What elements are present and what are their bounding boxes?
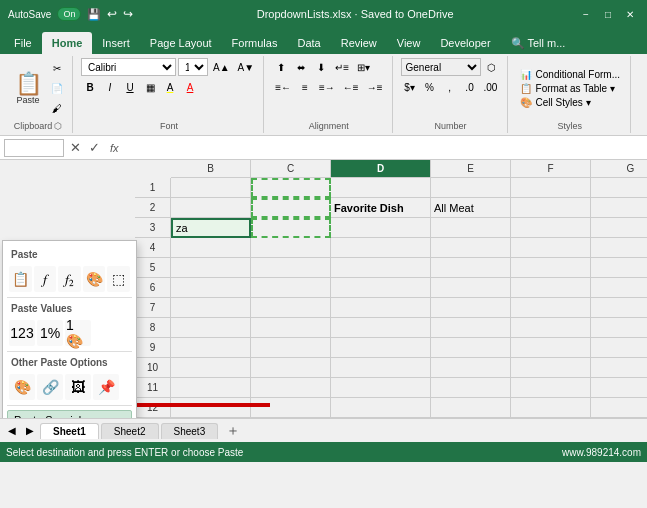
minimize-btn[interactable]: −: [577, 5, 595, 23]
cell-g9[interactable]: [591, 338, 647, 358]
col-header-b[interactable]: B: [171, 160, 251, 177]
cell-e5[interactable]: [431, 258, 511, 278]
row-header-9[interactable]: 9: [135, 338, 171, 358]
cell-c5[interactable]: [251, 258, 331, 278]
cell-e2[interactable]: All Meat: [431, 198, 511, 218]
cell-b5[interactable]: [171, 258, 251, 278]
cell-b1[interactable]: [171, 178, 251, 198]
cell-d11[interactable]: [331, 378, 431, 398]
cell-c11[interactable]: [251, 378, 331, 398]
tab-home[interactable]: Home: [42, 32, 93, 54]
cell-g1[interactable]: [591, 178, 647, 198]
merge-btn[interactable]: ⊞▾: [354, 58, 373, 76]
increase-font-btn[interactable]: A▲: [210, 58, 233, 76]
paste-other-2[interactable]: 🔗: [37, 374, 63, 400]
cell-d8[interactable]: [331, 318, 431, 338]
cell-e9[interactable]: [431, 338, 511, 358]
bold-btn[interactable]: B: [81, 78, 99, 96]
cell-g7[interactable]: [591, 298, 647, 318]
tab-file[interactable]: File: [4, 32, 42, 54]
row-header-3[interactable]: 3: [135, 218, 171, 238]
cell-e3[interactable]: [431, 218, 511, 238]
tab-tell-me[interactable]: 🔍 Tell m...: [501, 32, 576, 54]
cell-d7[interactable]: [331, 298, 431, 318]
cell-c9[interactable]: [251, 338, 331, 358]
cell-c6[interactable]: [251, 278, 331, 298]
cell-d9[interactable]: [331, 338, 431, 358]
decrease-decimal-btn[interactable]: .0: [461, 78, 479, 96]
row-header-5[interactable]: 5: [135, 258, 171, 278]
cell-d2[interactable]: Favorite Dish: [331, 198, 431, 218]
row-header-1[interactable]: 1: [135, 178, 171, 198]
cell-f4[interactable]: [511, 238, 591, 258]
align-middle-btn[interactable]: ⬌: [292, 58, 310, 76]
autosave-toggle[interactable]: On: [57, 7, 81, 21]
cell-e10[interactable]: [431, 358, 511, 378]
paste-other-1[interactable]: 🎨: [9, 374, 35, 400]
paste-option-3[interactable]: 𝑓₂: [58, 266, 81, 292]
close-btn[interactable]: ✕: [621, 5, 639, 23]
tab-insert[interactable]: Insert: [92, 32, 140, 54]
save-icon[interactable]: 💾: [87, 8, 101, 21]
cell-f1[interactable]: [511, 178, 591, 198]
row-header-8[interactable]: 8: [135, 318, 171, 338]
formula-cancel-btn[interactable]: ✕: [68, 140, 83, 155]
font-color-btn[interactable]: A: [181, 78, 199, 96]
percent-btn[interactable]: %: [421, 78, 439, 96]
cell-e4[interactable]: [431, 238, 511, 258]
scroll-sheet-left[interactable]: ◀: [4, 425, 20, 436]
border-btn[interactable]: ▦: [141, 78, 159, 96]
cell-b11[interactable]: [171, 378, 251, 398]
paste-btn[interactable]: 📋 Paste: [10, 71, 46, 107]
cell-c8[interactable]: [251, 318, 331, 338]
cell-b8[interactable]: [171, 318, 251, 338]
paste-option-5[interactable]: ⬚: [107, 266, 130, 292]
cell-f10[interactable]: [511, 358, 591, 378]
col-header-d[interactable]: D: [331, 160, 431, 177]
paste-option-2[interactable]: 𝑓: [34, 266, 57, 292]
cell-b10[interactable]: [171, 358, 251, 378]
align-top-btn[interactable]: ⬆: [272, 58, 290, 76]
cell-b7[interactable]: [171, 298, 251, 318]
cell-d6[interactable]: [331, 278, 431, 298]
redo-btn[interactable]: ↪: [123, 7, 133, 21]
row-header-12[interactable]: 12: [135, 398, 171, 418]
align-center-btn[interactable]: ≡: [296, 78, 314, 96]
cell-g11[interactable]: [591, 378, 647, 398]
cell-g10[interactable]: [591, 358, 647, 378]
conditional-format-btn[interactable]: 📊 Conditional Form...: [516, 68, 624, 81]
cell-d10[interactable]: [331, 358, 431, 378]
format-painter-btn[interactable]: 🖌: [48, 100, 66, 118]
decrease-indent-btn[interactable]: ←≡: [340, 78, 362, 96]
cell-b12[interactable]: [171, 398, 251, 418]
paste-option-4[interactable]: 🎨: [83, 266, 106, 292]
cell-d4[interactable]: [331, 238, 431, 258]
formula-confirm-btn[interactable]: ✓: [87, 140, 102, 155]
number-format-selector[interactable]: General: [401, 58, 481, 76]
wrap-text-btn[interactable]: ↵≡: [332, 58, 352, 76]
formula-input[interactable]: [127, 142, 643, 154]
format-as-table-btn[interactable]: 📋 Format as Table ▾: [516, 82, 624, 95]
cell-b4[interactable]: [171, 238, 251, 258]
row-header-6[interactable]: 6: [135, 278, 171, 298]
sheet-tab-3[interactable]: Sheet3: [161, 423, 219, 439]
col-header-c[interactable]: C: [251, 160, 331, 177]
cell-g6[interactable]: [591, 278, 647, 298]
cell-b6[interactable]: [171, 278, 251, 298]
row-header-2[interactable]: 2: [135, 198, 171, 218]
decrease-font-btn[interactable]: A▼: [235, 58, 258, 76]
cell-f3[interactable]: [511, 218, 591, 238]
tab-developer[interactable]: Developer: [430, 32, 500, 54]
cell-f6[interactable]: [511, 278, 591, 298]
tab-view[interactable]: View: [387, 32, 431, 54]
cell-c10[interactable]: [251, 358, 331, 378]
paste-value-3[interactable]: 1🎨: [65, 320, 91, 346]
cell-b3[interactable]: za: [171, 218, 251, 238]
cell-d12[interactable]: [331, 398, 431, 418]
copy-btn[interactable]: 📄: [48, 80, 66, 98]
cell-g8[interactable]: [591, 318, 647, 338]
paste-special-btn[interactable]: Paste Special...: [7, 410, 132, 418]
tab-page-layout[interactable]: Page Layout: [140, 32, 222, 54]
font-selector[interactable]: Calibri: [81, 58, 176, 76]
underline-btn[interactable]: U: [121, 78, 139, 96]
